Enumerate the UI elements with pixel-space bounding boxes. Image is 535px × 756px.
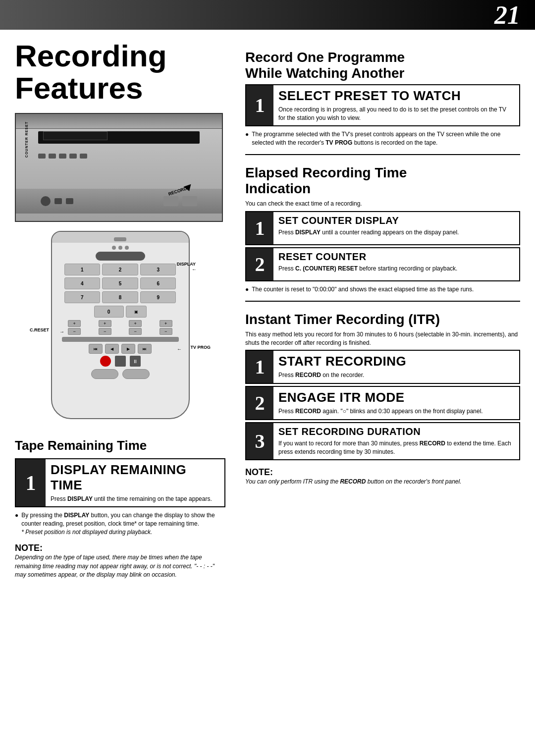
instant-timer-intro: This easy method lets you record for fro… [245,330,520,347]
set-duration-title: SET RECORDING DURATION [278,426,514,437]
step-title-display-remaining: DISPLAY REMAINING TIME [51,462,219,493]
stop-button-remote[interactable] [115,356,126,367]
elapsed-bullet1: ● The counter is reset to "0:00:00" and … [245,285,520,294]
tape-remaining-note-text: Depending on the type of tape used, ther… [15,553,225,579]
step-number-elapsed-1: 1 [246,212,273,244]
start-recording-title: START RECORDING [278,354,514,369]
itr-step2: 2 ENGAGE ITR MODE Press RECORD again. "○… [245,386,520,420]
step-number-itr-1: 1 [246,351,273,383]
itr-step1: 1 START RECORDING Press RECORD on the re… [245,350,520,384]
tv-prog-label-remote: TV PROG [190,345,211,350]
tape-remaining-heading: Tape Remaining Time [15,438,225,453]
elapsed-recording-heading: Elapsed Recording Time Indication [245,165,520,197]
display-label-remote: DISPLAY [177,262,196,267]
reset-counter-title: RESET COUNTER [278,251,514,263]
itr-note: NOTE: You can only perform ITR using the… [245,467,520,486]
page-number: 21 [494,0,520,30]
itr-note-text: You can only perform ITR using the RECOR… [245,478,520,486]
pause-button-remote[interactable]: ⏸ [130,356,141,367]
select-preset-title: SELECT PRESET TO WATCH [278,88,514,104]
left-column: Recording Features COUNTER RESET TV PROG [0,30,238,590]
record-one-bullet1: ● The programme selected with the TV's p… [245,130,520,147]
record-one-programme-section: Record One Programme While Watching Anot… [245,50,520,147]
elapsed-recording-section: Elapsed Recording Time Indication You ca… [245,165,520,294]
step-number-itr-2: 2 [246,387,273,419]
step-number-record-one: 1 [246,85,273,125]
vcr-illustration: COUNTER RESET TV PROG [15,113,223,222]
reset-counter-body: Press C. (COUNTER) RESET before starting… [278,265,514,273]
counter-reset-label: COUNTER RESET [25,121,28,158]
set-duration-body: If you want to record for more than 30 m… [278,439,514,456]
engage-itr-title: ENGAGE ITR MODE [278,390,514,405]
set-counter-title: SET COUNTER DISPLAY [278,215,514,226]
instant-timer-heading: Instant Timer Recording (ITR) [245,312,520,327]
bottom-btn-left[interactable] [91,369,118,379]
select-preset-body: Once recording is in progress, all you n… [278,106,514,122]
record-one-step1: 1 SELECT PRESET TO WATCH Once recording … [245,84,520,126]
elapsed-intro: You can check the exact time of a record… [245,200,520,208]
step-number-1-tape: 1 [16,459,46,506]
set-counter-body: Press DISPLAY until a counter reading ap… [278,228,514,237]
page-number-bar: 21 [0,0,535,30]
elapsed-step1: 1 SET COUNTER DISPLAY Press DISPLAY unti… [245,211,520,245]
tape-remaining-step1: 1 DISPLAY REMAINING TIME Press DISPLAY u… [15,458,225,507]
step-number-itr-3: 3 [246,423,273,459]
page-title: Recording Features [15,40,225,104]
right-column: Record One Programme While Watching Anot… [238,30,535,590]
tape-remaining-bullet1: ● By pressing the DISPLAY button, you ca… [15,511,225,536]
record-one-programme-heading: Record One Programme While Watching Anot… [245,50,520,81]
itr-step3: 3 SET RECORDING DURATION If you want to … [245,422,520,460]
step-body-display-remaining: Press DISPLAY until the time remaining o… [51,495,219,503]
engage-itr-body: Press RECORD again. "○" blinks and 0:30 … [278,407,514,416]
instant-timer-section: Instant Timer Recording (ITR) This easy … [245,312,520,486]
tape-remaining-note: NOTE: Depending on the type of tape used… [15,543,225,579]
start-recording-body: Press RECORD on the recorder. [278,371,514,379]
tape-remaining-section: Tape Remaining Time 1 DISPLAY REMAINING … [15,438,225,579]
c-reset-label: C.RESET [30,327,49,332]
record-button-remote[interactable] [100,356,111,367]
remote-body: 1 2 3 4 5 6 7 8 9 0 ▣ + [51,231,190,419]
bottom-btn-right[interactable] [122,369,150,379]
remote-illustration-container: C.RESET → TV PROG ← DISPLAY ← [15,231,225,428]
step-number-elapsed-2: 2 [246,248,273,280]
elapsed-step2: 2 RESET COUNTER Press C. (COUNTER) RESET… [245,247,520,281]
